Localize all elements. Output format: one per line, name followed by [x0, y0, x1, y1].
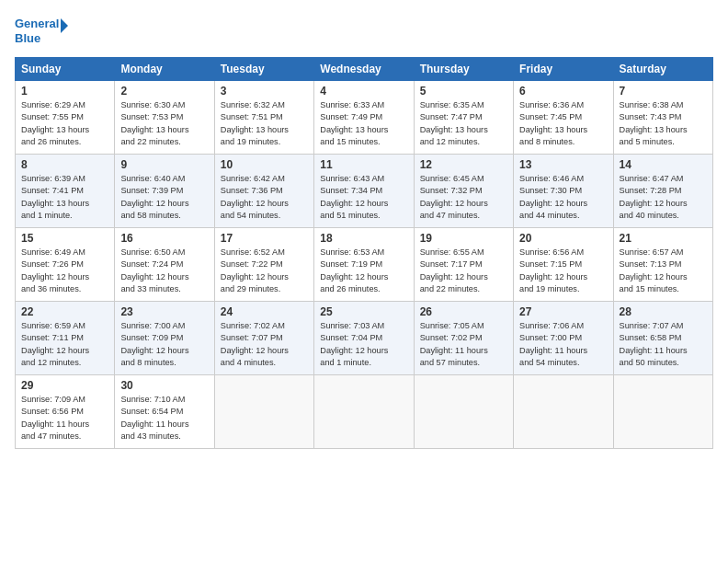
calendar-cell: 12Sunrise: 6:45 AM Sunset: 7:32 PM Dayli… — [414, 155, 513, 228]
weekday-header-row: SundayMondayTuesdayWednesdayThursdayFrid… — [16, 58, 713, 81]
calendar-cell: 5Sunrise: 6:35 AM Sunset: 7:47 PM Daylig… — [414, 81, 513, 155]
day-info: Sunrise: 7:05 AM Sunset: 7:02 PM Dayligh… — [420, 320, 507, 369]
day-info: Sunrise: 6:43 AM Sunset: 7:34 PM Dayligh… — [320, 173, 407, 222]
calendar-cell: 7Sunrise: 6:38 AM Sunset: 7:43 PM Daylig… — [613, 81, 712, 155]
day-info: Sunrise: 6:46 AM Sunset: 7:30 PM Dayligh… — [519, 173, 607, 222]
calendar-cell: 19Sunrise: 6:55 AM Sunset: 7:17 PM Dayli… — [414, 228, 513, 302]
day-info: Sunrise: 6:29 AM Sunset: 7:55 PM Dayligh… — [21, 99, 108, 148]
day-info: Sunrise: 7:09 AM Sunset: 6:56 PM Dayligh… — [21, 394, 108, 442]
day-number: 26 — [420, 305, 507, 318]
day-info: Sunrise: 6:33 AM Sunset: 7:49 PM Dayligh… — [320, 99, 407, 148]
calendar-cell: 29Sunrise: 7:09 AM Sunset: 6:56 PM Dayli… — [16, 375, 115, 449]
calendar-week-row: 29Sunrise: 7:09 AM Sunset: 6:56 PM Dayli… — [16, 375, 713, 449]
day-info: Sunrise: 7:06 AM Sunset: 7:00 PM Dayligh… — [519, 320, 607, 369]
calendar-cell: 10Sunrise: 6:42 AM Sunset: 7:36 PM Dayli… — [214, 155, 313, 228]
svg-text:Blue: Blue — [15, 31, 40, 45]
calendar-cell: 6Sunrise: 6:36 AM Sunset: 7:45 PM Daylig… — [514, 81, 613, 155]
day-number: 7 — [620, 85, 707, 98]
day-info: Sunrise: 6:53 AM Sunset: 7:19 PM Dayligh… — [320, 247, 407, 295]
day-number: 1 — [21, 85, 108, 98]
day-number: 12 — [420, 158, 507, 171]
day-info: Sunrise: 6:57 AM Sunset: 7:13 PM Dayligh… — [620, 247, 707, 295]
day-info: Sunrise: 6:35 AM Sunset: 7:47 PM Dayligh… — [420, 99, 507, 148]
day-number: 18 — [320, 232, 407, 245]
day-info: Sunrise: 6:30 AM Sunset: 7:53 PM Dayligh… — [120, 99, 208, 148]
calendar-cell: 21Sunrise: 6:57 AM Sunset: 7:13 PM Dayli… — [613, 228, 712, 302]
calendar-week-row: 8Sunrise: 6:39 AM Sunset: 7:41 PM Daylig… — [16, 155, 713, 228]
calendar-cell: 16Sunrise: 6:50 AM Sunset: 7:24 PM Dayli… — [115, 228, 214, 302]
day-number: 13 — [519, 158, 607, 171]
calendar-cell: 4Sunrise: 6:33 AM Sunset: 7:49 PM Daylig… — [314, 81, 414, 155]
day-info: Sunrise: 6:45 AM Sunset: 7:32 PM Dayligh… — [420, 173, 507, 222]
calendar-cell — [414, 375, 513, 449]
day-number: 17 — [221, 232, 308, 245]
weekday-header: Monday — [115, 58, 214, 81]
day-info: Sunrise: 6:49 AM Sunset: 7:26 PM Dayligh… — [21, 247, 108, 295]
day-number: 10 — [221, 158, 308, 171]
day-number: 16 — [120, 232, 208, 245]
day-info: Sunrise: 7:07 AM Sunset: 6:58 PM Dayligh… — [620, 320, 707, 369]
calendar-cell: 8Sunrise: 6:39 AM Sunset: 7:41 PM Daylig… — [16, 155, 115, 228]
day-info: Sunrise: 6:59 AM Sunset: 7:11 PM Dayligh… — [21, 320, 108, 369]
day-number: 23 — [120, 305, 208, 318]
day-number: 29 — [21, 379, 108, 392]
calendar-cell: 11Sunrise: 6:43 AM Sunset: 7:34 PM Dayli… — [314, 155, 414, 228]
calendar-cell: 1Sunrise: 6:29 AM Sunset: 7:55 PM Daylig… — [16, 81, 115, 155]
svg-marker-2 — [61, 18, 68, 33]
day-number: 24 — [221, 305, 308, 318]
calendar-cell — [514, 375, 613, 449]
logo: General Blue — [15, 15, 70, 48]
day-info: Sunrise: 6:38 AM Sunset: 7:43 PM Dayligh… — [620, 99, 707, 148]
calendar-cell: 17Sunrise: 6:52 AM Sunset: 7:22 PM Dayli… — [214, 228, 313, 302]
svg-text:General: General — [15, 17, 59, 30]
calendar-cell: 24Sunrise: 7:02 AM Sunset: 7:07 PM Dayli… — [214, 302, 313, 375]
weekday-header: Thursday — [414, 58, 513, 81]
day-number: 6 — [519, 85, 607, 98]
weekday-header: Tuesday — [214, 58, 313, 81]
day-number: 3 — [221, 85, 308, 98]
weekday-header: Friday — [514, 58, 613, 81]
calendar-cell: 3Sunrise: 6:32 AM Sunset: 7:51 PM Daylig… — [214, 81, 313, 155]
calendar-cell: 14Sunrise: 6:47 AM Sunset: 7:28 PM Dayli… — [613, 155, 712, 228]
logo-svg: General Blue — [15, 15, 70, 48]
calendar-week-row: 1Sunrise: 6:29 AM Sunset: 7:55 PM Daylig… — [16, 81, 713, 155]
day-number: 9 — [120, 158, 208, 171]
day-number: 30 — [120, 379, 208, 392]
weekday-header: Saturday — [613, 58, 712, 81]
day-number: 21 — [620, 232, 707, 245]
day-number: 15 — [21, 232, 108, 245]
calendar-cell: 13Sunrise: 6:46 AM Sunset: 7:30 PM Dayli… — [514, 155, 613, 228]
page: General Blue SundayMondayTuesdayWednesda… — [0, 0, 728, 563]
day-info: Sunrise: 7:03 AM Sunset: 7:04 PM Dayligh… — [320, 320, 407, 369]
day-number: 11 — [320, 158, 407, 171]
day-number: 8 — [21, 158, 108, 171]
day-number: 25 — [320, 305, 407, 318]
calendar-week-row: 15Sunrise: 6:49 AM Sunset: 7:26 PM Dayli… — [16, 228, 713, 302]
calendar-cell: 18Sunrise: 6:53 AM Sunset: 7:19 PM Dayli… — [314, 228, 414, 302]
day-info: Sunrise: 7:00 AM Sunset: 7:09 PM Dayligh… — [120, 320, 208, 369]
calendar-cell: 22Sunrise: 6:59 AM Sunset: 7:11 PM Dayli… — [16, 302, 115, 375]
day-info: Sunrise: 6:56 AM Sunset: 7:15 PM Dayligh… — [519, 247, 607, 295]
calendar-cell — [214, 375, 313, 449]
calendar-cell — [314, 375, 414, 449]
calendar-cell: 25Sunrise: 7:03 AM Sunset: 7:04 PM Dayli… — [314, 302, 414, 375]
day-info: Sunrise: 6:50 AM Sunset: 7:24 PM Dayligh… — [120, 247, 208, 295]
calendar-cell: 9Sunrise: 6:40 AM Sunset: 7:39 PM Daylig… — [115, 155, 214, 228]
day-info: Sunrise: 6:32 AM Sunset: 7:51 PM Dayligh… — [221, 99, 308, 148]
calendar-cell: 26Sunrise: 7:05 AM Sunset: 7:02 PM Dayli… — [414, 302, 513, 375]
calendar-cell: 28Sunrise: 7:07 AM Sunset: 6:58 PM Dayli… — [613, 302, 712, 375]
day-number: 2 — [120, 85, 208, 98]
day-info: Sunrise: 7:02 AM Sunset: 7:07 PM Dayligh… — [221, 320, 308, 369]
header: General Blue — [15, 15, 713, 48]
day-info: Sunrise: 6:39 AM Sunset: 7:41 PM Dayligh… — [21, 173, 108, 222]
day-number: 4 — [320, 85, 407, 98]
calendar-cell: 23Sunrise: 7:00 AM Sunset: 7:09 PM Dayli… — [115, 302, 214, 375]
day-info: Sunrise: 7:10 AM Sunset: 6:54 PM Dayligh… — [120, 394, 208, 442]
day-info: Sunrise: 6:42 AM Sunset: 7:36 PM Dayligh… — [221, 173, 308, 222]
day-info: Sunrise: 6:40 AM Sunset: 7:39 PM Dayligh… — [120, 173, 208, 222]
day-number: 27 — [519, 305, 607, 318]
weekday-header: Sunday — [16, 58, 115, 81]
day-info: Sunrise: 6:47 AM Sunset: 7:28 PM Dayligh… — [620, 173, 707, 222]
day-number: 5 — [420, 85, 507, 98]
calendar: SundayMondayTuesdayWednesdayThursdayFrid… — [15, 57, 713, 449]
